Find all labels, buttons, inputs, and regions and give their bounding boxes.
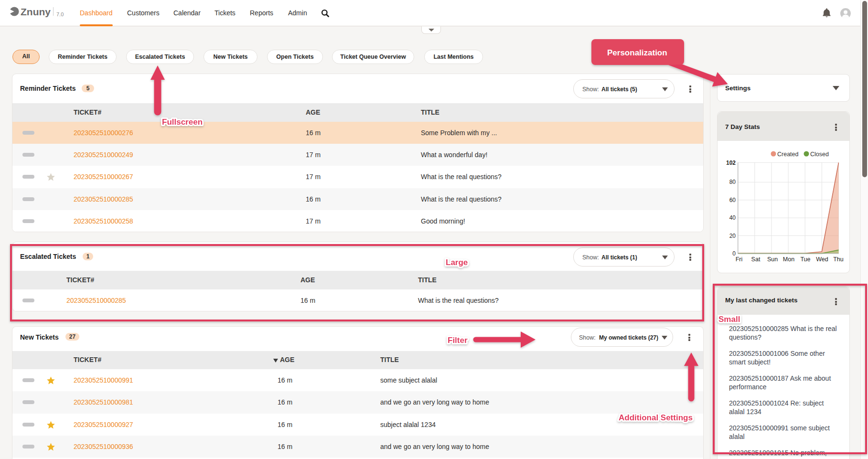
svg-text:Wed: Wed — [816, 256, 828, 263]
svg-text:102: 102 — [726, 160, 736, 166]
svg-text:Closed: Closed — [810, 151, 829, 158]
svg-text:Tue: Tue — [800, 256, 810, 263]
svg-text:Sat: Sat — [751, 256, 761, 263]
svg-text:Fri: Fri — [736, 256, 743, 263]
svg-text:Mon: Mon — [783, 256, 794, 263]
svg-text:Personalization: Personalization — [607, 48, 667, 57]
svg-text:80: 80 — [729, 179, 736, 185]
svg-text:Sun: Sun — [767, 256, 778, 263]
svg-text:60: 60 — [729, 197, 736, 203]
svg-text:Created: Created — [777, 151, 799, 158]
svg-text:Thu: Thu — [833, 256, 844, 263]
svg-text:40: 40 — [729, 214, 736, 221]
svg-text:20: 20 — [729, 233, 736, 239]
